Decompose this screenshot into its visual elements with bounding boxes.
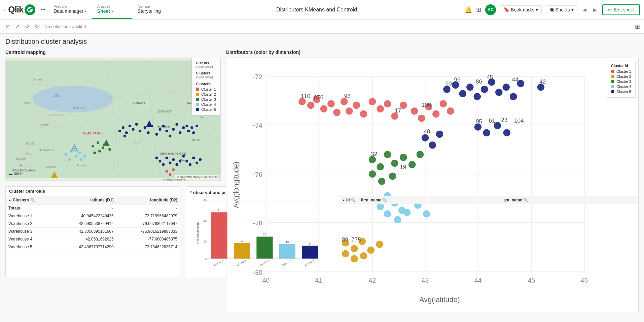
svg-point-169 xyxy=(384,151,391,158)
undo-button[interactable]: ↺ xyxy=(24,22,31,31)
bar-chart[interactable]: # of observations 60 40 20 0 47 xyxy=(189,197,330,268)
svg-text:60: 60 xyxy=(203,199,207,202)
svg-text:0: 0 xyxy=(205,257,207,261)
avatar[interactable]: AC xyxy=(485,4,496,15)
svg-text:45: 45 xyxy=(487,74,493,80)
svg-point-175 xyxy=(378,178,386,185)
svg-text:Erie: Erie xyxy=(26,153,31,156)
nav-prepare[interactable]: Prepare Data manager ▾ xyxy=(48,0,92,19)
svg-text:96: 96 xyxy=(454,76,461,83)
svg-text:86: 86 xyxy=(476,78,482,85)
svg-point-79 xyxy=(83,155,86,158)
table-row[interactable]: Warehouse 5 43.4367707714290 -73.7346226… xyxy=(6,243,180,251)
bookmarks-button[interactable]: 🔖 Bookmarks ▾ xyxy=(500,5,542,14)
sheets-button[interactable]: ▣ Sheets ▾ xyxy=(546,5,577,14)
col-clusters: ▲ Clusters 🔍 xyxy=(6,196,55,204)
svg-text:17: 17 xyxy=(395,107,401,114)
nav-analyze[interactable]: Analyze Sheet ▾ xyxy=(92,0,132,19)
scatter-legend-c2: Cluster 2 xyxy=(611,74,631,78)
svg-text:32: 32 xyxy=(371,151,377,157)
svg-text:14: 14 xyxy=(309,242,312,245)
expand-selection-icon[interactable]: ⤢ xyxy=(14,22,21,31)
svg-rect-217 xyxy=(211,212,227,259)
totals-d1: - xyxy=(55,204,116,212)
map-legend-title: Clusters xyxy=(196,82,216,86)
map-credit: © OpenStreetMap contributors xyxy=(175,175,219,179)
qlik-wordmark: Qlik xyxy=(8,4,23,15)
col-clusters-label: Clusters xyxy=(13,198,29,202)
svg-point-152 xyxy=(495,89,503,96)
totals-row: Totals - - xyxy=(6,204,180,212)
back-button[interactable]: ‹ xyxy=(1,7,7,12)
sort-icon-id: ▲ xyxy=(342,198,345,202)
table-row[interactable]: Warehouse 4 42.8581692625 -77.6800485875 xyxy=(6,235,180,243)
svg-text:-74: -74 xyxy=(253,122,262,129)
nav-prepare-label: Prepare xyxy=(53,4,86,8)
svg-point-80 xyxy=(80,158,82,161)
col-lon-label: longitude (D2) xyxy=(150,198,177,202)
col-lastname: last_name 🔍 xyxy=(500,196,638,204)
scatter-panel: Distributors (color by dimension) Avg(lo… xyxy=(226,50,639,181)
svg-text:# of observations: # of observations xyxy=(196,221,200,244)
redo-button[interactable]: ↻ xyxy=(33,22,40,31)
grid-layout-icon[interactable]: ⊞ xyxy=(635,23,640,30)
map-container[interactable]: Ontario Sound Orillia Belleville Toronto… xyxy=(5,58,221,181)
svg-point-153 xyxy=(503,84,510,91)
svg-text:46: 46 xyxy=(581,277,588,284)
svg-point-49 xyxy=(179,131,181,134)
svg-text:44: 44 xyxy=(512,76,519,83)
page-document-title: Distributors KMeans and Centroid xyxy=(173,0,461,19)
sheets-label: Sheets xyxy=(555,7,570,12)
row-lat-3: 42.8050895161667 xyxy=(55,228,116,235)
row-lon-2: -79.0678892117647 xyxy=(116,220,180,228)
row-lon-1: -73.719966482979 xyxy=(116,212,180,220)
bell-icon[interactable]: 🔔 xyxy=(465,6,472,13)
main-content: Distribution cluster analysis Centroid m… xyxy=(0,34,644,322)
table-row[interactable]: Warehouse 2 42.5905538729412 -79.0678892… xyxy=(6,220,180,228)
grid-apps-icon[interactable]: ⊞ xyxy=(476,6,481,13)
svg-text:Cornwall: Cornwall xyxy=(133,101,145,105)
svg-text:90: 90 xyxy=(445,80,452,87)
svg-point-142 xyxy=(440,100,447,107)
edit-sheet-button[interactable]: ✏ Edit sheet xyxy=(602,4,640,15)
search-clusters-icon[interactable]: 🔍 xyxy=(30,198,35,202)
svg-point-147 xyxy=(459,90,467,97)
col-firstname-label: first_name xyxy=(361,198,382,202)
svg-point-163 xyxy=(422,134,429,142)
centroids-table-wrap[interactable]: ▲ Clusters 🔍 latitude (D1) longitude (D2… xyxy=(6,196,180,273)
table-row[interactable]: Warehouse 3 42.8050895161667 -75.9016219… xyxy=(6,228,180,235)
prev-button[interactable]: ◀ xyxy=(581,6,588,14)
svg-point-69 xyxy=(199,158,202,161)
svg-point-168 xyxy=(377,163,384,171)
svg-point-172 xyxy=(408,161,416,168)
target-selection-icon[interactable]: ⊙ xyxy=(4,22,11,31)
svg-point-127 xyxy=(353,102,360,109)
map-legend: Dist ids Point layer Clusters Point laye… xyxy=(191,58,220,116)
svg-text:-76: -76 xyxy=(253,171,262,178)
svg-text:23: 23 xyxy=(501,117,507,123)
more-menu-button[interactable]: ••• xyxy=(38,0,48,19)
scatter-chart[interactable]: Avg(longitude) Avg(latitude) xyxy=(226,58,639,312)
svg-rect-225 xyxy=(302,246,318,259)
next-button[interactable]: ▶ xyxy=(592,6,598,14)
svg-point-199 xyxy=(351,245,358,252)
svg-text:PENNSYLVANIA: PENNSYLVANIA xyxy=(12,169,35,172)
search-firstname-icon[interactable]: 🔍 xyxy=(382,198,387,202)
search-lastname-icon[interactable]: 🔍 xyxy=(523,198,528,202)
sheets-chevron: ▾ xyxy=(571,7,574,12)
col-lat: latitude (D1) xyxy=(55,196,116,204)
svg-point-65 xyxy=(185,160,188,163)
svg-text:Buffalo: Buffalo xyxy=(26,142,35,145)
svg-text:19: 19 xyxy=(400,164,406,170)
search-id-icon[interactable]: 🔍 xyxy=(351,198,356,202)
nav-narrate[interactable]: Narrate Storytelling xyxy=(132,0,173,19)
svg-point-47 xyxy=(172,128,175,131)
table-row[interactable]: Warehouse 1 40.945422240426 -73.71996648… xyxy=(6,212,180,220)
scatter-legend-c3: Cluster 3 xyxy=(611,79,631,84)
svg-point-46 xyxy=(169,135,171,137)
svg-point-73 xyxy=(65,153,67,156)
svg-point-197 xyxy=(423,210,430,218)
sort-icon-clusters: ▲ xyxy=(8,198,11,202)
row-cluster-1: Warehouse 1 xyxy=(6,212,55,220)
svg-point-72 xyxy=(172,168,175,171)
